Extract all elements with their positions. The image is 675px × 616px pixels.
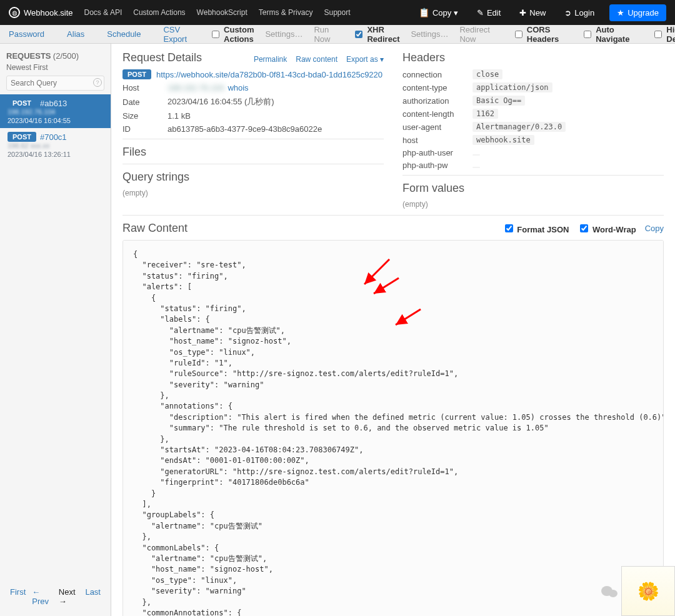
- nav-terms[interactable]: Terms & Privacy: [259, 8, 313, 17]
- export-as-dropdown[interactable]: Export as ▾: [346, 55, 384, 64]
- value-date: 2023/04/16 16:04:55 (几秒前): [168, 96, 384, 107]
- pager-next[interactable]: Next →: [59, 587, 79, 606]
- edit-icon: ✎: [477, 8, 484, 17]
- sidebar-title: REQUESTS (2/500): [0, 49, 111, 63]
- headers-grid: connectionclosecontent-typeapplication/j…: [402, 69, 664, 170]
- tool-run-now[interactable]: Run Now: [314, 25, 330, 44]
- request-ip-masked: 198.192.76.104: [8, 108, 104, 116]
- tool-hidedetails-check[interactable]: Hide Details: [652, 25, 675, 44]
- login-button[interactable]: ➲Login: [561, 6, 598, 20]
- brand-text: Webhook.site: [24, 8, 73, 17]
- header-value: 1162: [472, 109, 664, 119]
- request-item[interactable]: POST #ab613 198.192.76.104 2023/04/16 16…: [0, 94, 111, 128]
- value-id: ab613785-a6b3-4377-9ce9-43b8c9a6022e: [168, 124, 384, 134]
- sidebar: REQUESTS (2/500) Newest First ? POST #ab…: [0, 44, 111, 616]
- value-size: 1.1 kB: [168, 111, 384, 121]
- header-key: connection: [402, 70, 465, 79]
- section-formvalues: Form values: [402, 182, 664, 195]
- method-badge: POST: [8, 132, 36, 142]
- copy-raw-link[interactable]: Copy: [645, 224, 664, 233]
- label-host: Host: [122, 83, 161, 92]
- brand[interactable]: ◍ Webhook.site: [9, 7, 73, 18]
- pager-last[interactable]: Last: [85, 587, 101, 606]
- sidebar-sort[interactable]: Newest First: [0, 63, 111, 74]
- qs-empty: (empty): [122, 189, 384, 197]
- login-icon: ➲: [564, 8, 571, 17]
- label-id: ID: [122, 124, 161, 134]
- request-time: 2023/04/16 13:26:11: [8, 151, 104, 158]
- brand-logo-icon: ◍: [9, 7, 20, 18]
- copy-dropdown[interactable]: 📋Copy ▾: [415, 5, 462, 20]
- request-hash: #700c1: [40, 132, 67, 142]
- header-key: host: [402, 136, 465, 145]
- form-empty: (empty): [402, 200, 664, 209]
- plus-icon: ✚: [519, 8, 526, 17]
- nav-docs[interactable]: Docs & API: [84, 8, 122, 17]
- upgrade-button[interactable]: ★Upgrade: [609, 4, 666, 21]
- section-request-details: Request Details: [122, 51, 202, 64]
- section-querystrings: Query strings: [122, 171, 384, 184]
- request-item[interactable]: POST #700c1 198.62 xxx.xx 2023/04/16 13:…: [0, 128, 111, 162]
- section-files: Files: [122, 146, 384, 159]
- wordwrap-check[interactable]: Word-Wrap: [578, 222, 636, 234]
- top-navbar: ◍ Webhook.site Docs & API Custom Actions…: [0, 0, 675, 25]
- format-json-check[interactable]: Format JSON: [502, 222, 569, 234]
- raw-content-box[interactable]: { "receiver": "sre-test", "status": "fir…: [122, 240, 664, 616]
- edit-button[interactable]: ✎Edit: [473, 6, 504, 20]
- host-value-masked: 198.192.76.104: [168, 83, 224, 92]
- new-button[interactable]: ✚New: [516, 6, 549, 20]
- tool-cors-check[interactable]: CORS Headers: [512, 25, 559, 44]
- request-hash: #ab613: [40, 99, 67, 108]
- tool-alias[interactable]: Alias: [67, 29, 84, 39]
- detail-method-badge: POST: [122, 69, 151, 79]
- help-icon[interactable]: ?: [93, 78, 102, 87]
- header-key: php-auth-user: [402, 148, 465, 157]
- pager-prev[interactable]: ← Prev: [32, 587, 52, 606]
- header-value: application/json: [472, 82, 664, 92]
- tool-csv[interactable]: CSV Export: [163, 25, 187, 44]
- pager-first[interactable]: First: [10, 587, 26, 606]
- pager: First ← Prev Next → Last: [0, 582, 111, 611]
- nav-custom-actions[interactable]: Custom Actions: [133, 8, 185, 17]
- permalink-link[interactable]: Permalink: [254, 55, 287, 64]
- search-input[interactable]: [6, 76, 104, 91]
- content-area: Request Details Permalink Raw content Ex…: [111, 44, 675, 616]
- header-value: webhook.site: [472, 135, 664, 145]
- header-value: [472, 161, 664, 170]
- whois-link[interactable]: whois: [228, 83, 248, 92]
- header-value: Basic Og==: [472, 96, 664, 106]
- copy-icon: 📋: [419, 7, 429, 17]
- header-key: content-length: [402, 109, 465, 119]
- label-date: Date: [122, 97, 161, 107]
- tool-redirect-now[interactable]: Redirect Now: [459, 25, 489, 44]
- header-key: authorization: [402, 96, 465, 106]
- tool-xhr-check[interactable]: XHR Redirect: [352, 25, 399, 44]
- header-key: content-type: [402, 83, 465, 92]
- label-size: Size: [122, 111, 161, 121]
- tool-settings2[interactable]: Settings…: [411, 29, 448, 39]
- request-time: 2023/04/16 16:04:55: [8, 117, 104, 124]
- header-key: user-agent: [402, 122, 465, 132]
- section-headers: Headers: [402, 51, 664, 64]
- tool-custom-actions-check[interactable]: Custom Actions: [209, 25, 254, 44]
- wechat-icon: [601, 585, 619, 600]
- header-key: php-auth-pw: [402, 161, 465, 170]
- nav-webhookscript[interactable]: WebhookScript: [197, 8, 248, 17]
- star-icon: ★: [617, 8, 624, 17]
- header-value: [472, 148, 664, 157]
- request-ip-masked: 198.62 xxx.xx: [8, 142, 104, 149]
- detail-url[interactable]: https://webhook.site/da782b0b-0f81-43cd-…: [156, 70, 382, 79]
- raw-content-link[interactable]: Raw content: [296, 55, 338, 64]
- tool-settings[interactable]: Settings…: [265, 29, 302, 39]
- section-rawcontent: Raw Content: [122, 222, 188, 235]
- header-value: close: [472, 69, 664, 79]
- nav-support[interactable]: Support: [324, 8, 350, 17]
- method-badge: POST: [8, 98, 36, 108]
- watermark-photo: 🌼: [621, 566, 675, 616]
- tool-password[interactable]: Password: [9, 29, 44, 39]
- tool-autonav-check[interactable]: Auto Navigate: [581, 25, 629, 44]
- header-value: Alertmanager/0.23.0: [472, 122, 664, 132]
- tool-schedule[interactable]: Schedule: [107, 29, 141, 39]
- toolbar: Password Alias Schedule CSV Export Custo…: [0, 25, 675, 44]
